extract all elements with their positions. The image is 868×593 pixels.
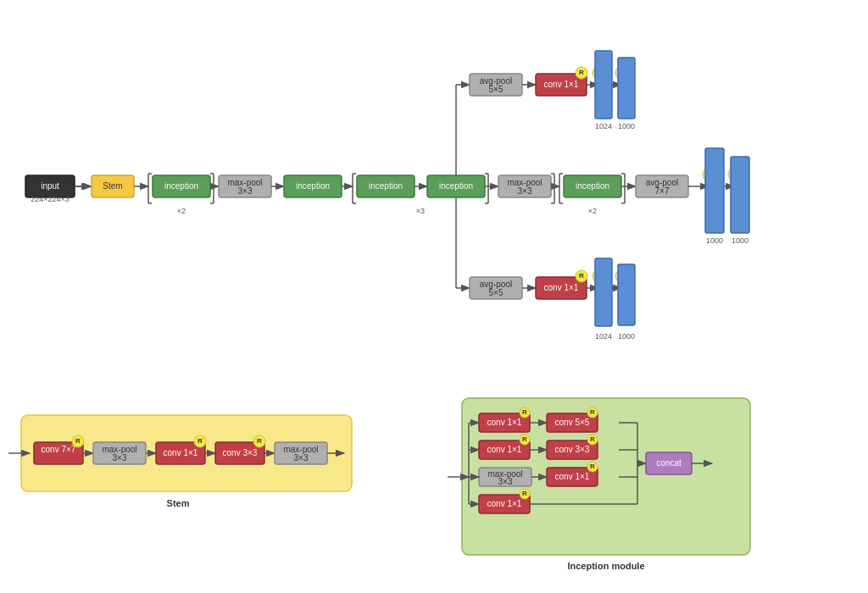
stem-label: Stem xyxy=(103,181,122,191)
conv-aux1-top-label: conv 1×1 xyxy=(544,80,579,89)
label-1000-main1: 1000 xyxy=(706,236,723,245)
svg-text:R: R xyxy=(579,272,584,280)
stem-maxpool2-size: 3×3 xyxy=(294,453,309,463)
maxpool1-size: 3×3 xyxy=(238,186,253,196)
label-1024-top: 1024 xyxy=(595,122,612,130)
avgpool-main-size: 7×7 xyxy=(655,186,670,196)
bar-main1 xyxy=(705,148,724,233)
inception5-label: inception xyxy=(576,181,609,191)
svg-text:R: R xyxy=(590,435,595,443)
svg-text:R: R xyxy=(522,490,527,497)
stem-conv3x3-label: conv 3×3 xyxy=(223,448,258,457)
inc-concat-label: concat xyxy=(656,458,682,468)
conv-aux2-bot-label: conv 1×1 xyxy=(544,283,579,292)
bar-main2 xyxy=(731,157,749,233)
svg-text:R: R xyxy=(590,408,595,416)
bar-aux2-bot2 xyxy=(618,264,635,325)
bar-aux1-top2 xyxy=(618,58,635,119)
avgpool-aux2-size: 5×5 xyxy=(489,288,504,297)
stem-conv1x1-label: conv 1×1 xyxy=(164,448,198,457)
inception2-label: inception xyxy=(296,181,330,191)
label-1000-top: 1000 xyxy=(618,122,635,130)
label-1024-bot: 1024 xyxy=(595,332,612,341)
svg-text:R: R xyxy=(198,437,203,445)
maxpool2-size: 3×3 xyxy=(518,186,532,196)
x2-label-1: ×2 xyxy=(177,207,186,215)
svg-text:R: R xyxy=(522,435,527,443)
inc-conv1x1-bot-label: conv 1×1 xyxy=(487,499,522,508)
input-sublabel: 224×224×3 xyxy=(31,195,70,203)
label-1000-bot: 1000 xyxy=(618,332,635,341)
avgpool-aux1-size: 5×5 xyxy=(489,85,504,94)
inc-conv1x1-mp-label: conv 1×1 xyxy=(555,472,590,481)
x3-label: ×3 xyxy=(416,207,425,215)
inc-conv1x1-mid-label: conv 1×1 xyxy=(487,445,522,454)
svg-text:R: R xyxy=(522,408,527,416)
inception-module-label: Inception module xyxy=(567,561,644,571)
svg-text:R: R xyxy=(257,437,262,445)
inception3-label: inception xyxy=(369,181,403,191)
bar-aux2-bot1 xyxy=(595,258,612,326)
svg-text:R: R xyxy=(579,69,584,76)
inc-conv1x1-top-label: conv 1×1 xyxy=(487,418,522,427)
stem-conv7x7-label: conv 7×7 xyxy=(42,445,76,454)
svg-text:R: R xyxy=(75,437,81,445)
inc-maxpool-size: 3×3 xyxy=(498,477,513,486)
bar-aux1-top1 xyxy=(595,51,612,119)
svg-text:R: R xyxy=(590,463,595,470)
stem-maxpool1-size: 3×3 xyxy=(113,453,127,463)
inc-conv3x3-label: conv 3×3 xyxy=(555,445,590,454)
x2-label-2: ×2 xyxy=(588,207,597,215)
label-1000-main2: 1000 xyxy=(732,236,748,245)
inception4-label: inception xyxy=(439,181,473,191)
stem-module-label: Stem xyxy=(167,498,190,508)
inc-conv5x5-label: conv 5×5 xyxy=(555,418,590,427)
inception1-label: inception xyxy=(164,181,198,191)
diagram-container: input 224×224×3 Stem inception ×2 max-po… xyxy=(0,0,868,593)
input-label: input xyxy=(41,181,59,191)
